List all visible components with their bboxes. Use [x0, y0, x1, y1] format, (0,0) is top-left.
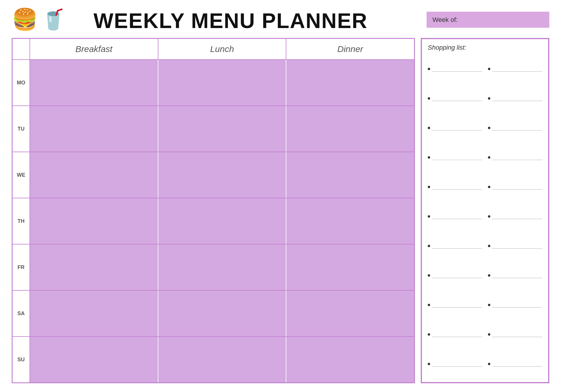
mo-breakfast[interactable]: [30, 60, 158, 105]
item-line: [492, 125, 542, 131]
fr-dinner[interactable]: [286, 244, 414, 290]
tu-breakfast[interactable]: [30, 106, 158, 152]
list-item[interactable]: [428, 232, 482, 259]
list-item[interactable]: [428, 85, 482, 112]
we-dinner[interactable]: [286, 152, 414, 198]
day-row-tu: TU: [13, 105, 414, 152]
list-item[interactable]: [488, 350, 542, 377]
shopping-list-title: Shopping list:: [428, 44, 542, 51]
list-item[interactable]: [428, 115, 482, 142]
bullet-icon: [428, 304, 430, 306]
item-line: [492, 155, 542, 160]
bullet-icon: [428, 363, 430, 365]
list-item[interactable]: [488, 115, 542, 142]
list-item[interactable]: [488, 85, 542, 112]
list-item[interactable]: [428, 291, 482, 318]
bullet-icon: [428, 127, 430, 129]
bullet-icon: [428, 68, 430, 70]
su-lunch[interactable]: [158, 337, 287, 382]
dinner-header: Dinner: [286, 39, 414, 59]
list-item[interactable]: [428, 55, 482, 83]
we-lunch[interactable]: [158, 152, 287, 198]
th-lunch[interactable]: [158, 198, 287, 244]
list-item[interactable]: [428, 144, 482, 171]
item-line: [432, 125, 482, 131]
week-of-label: Week of:: [432, 16, 458, 24]
item-line: [492, 214, 542, 219]
bullet-icon: [428, 215, 430, 218]
list-item[interactable]: [488, 232, 542, 259]
item-line: [432, 155, 482, 160]
day-row-fr: FR: [13, 244, 414, 290]
we-breakfast[interactable]: [30, 152, 158, 198]
day-row-we: WE: [13, 152, 414, 198]
list-item[interactable]: [428, 321, 482, 348]
day-row-mo: MO: [13, 59, 414, 105]
item-line: [492, 273, 542, 278]
su-breakfast[interactable]: [30, 337, 158, 382]
item-line: [492, 184, 542, 190]
item-line: [492, 332, 542, 337]
bullet-icon: [428, 97, 430, 100]
item-line: [432, 273, 482, 278]
bullet-icon: [488, 215, 490, 218]
list-item[interactable]: [488, 262, 542, 289]
day-row-su: SU: [13, 336, 414, 382]
sa-lunch[interactable]: [158, 291, 287, 336]
fr-lunch[interactable]: [158, 244, 287, 290]
list-item[interactable]: [488, 55, 542, 83]
bullet-icon: [488, 363, 490, 365]
mo-lunch[interactable]: [158, 60, 287, 105]
column-headers: Breakfast Lunch Dinner: [13, 39, 414, 59]
list-item[interactable]: [488, 291, 542, 318]
lunch-header: Lunch: [158, 39, 287, 59]
list-item[interactable]: [428, 350, 482, 377]
logo-area: 🍔 🥤: [12, 9, 94, 30]
bullet-icon: [428, 156, 430, 159]
tu-lunch[interactable]: [158, 106, 287, 152]
day-label-fr: FR: [13, 244, 30, 290]
th-dinner[interactable]: [286, 198, 414, 244]
day-label-tu: TU: [13, 106, 30, 152]
day-label-mo: MO: [13, 60, 30, 105]
list-item[interactable]: [488, 321, 542, 348]
su-dinner[interactable]: [286, 337, 414, 382]
bullet-icon: [428, 186, 430, 188]
planner-table: Breakfast Lunch Dinner MO TU WE: [12, 38, 415, 383]
item-line: [432, 96, 482, 101]
day-label-sa: SA: [13, 291, 30, 336]
day-label-su: SU: [13, 337, 30, 382]
week-of-box[interactable]: Week of:: [427, 12, 549, 28]
mo-dinner[interactable]: [286, 60, 414, 105]
list-item[interactable]: [428, 174, 482, 201]
bullet-icon: [428, 245, 430, 247]
burger-icon: 🍔: [12, 9, 38, 30]
item-line: [432, 66, 482, 72]
item-line: [492, 302, 542, 308]
sa-breakfast[interactable]: [30, 291, 158, 336]
shopping-items-grid: [428, 55, 542, 377]
spacer: [13, 39, 30, 59]
breakfast-header: Breakfast: [30, 39, 158, 59]
list-item[interactable]: [488, 144, 542, 171]
day-row-th: TH: [13, 198, 414, 244]
main-title: WEEKLY MENU PLANNER: [94, 9, 427, 33]
sa-dinner[interactable]: [286, 291, 414, 336]
item-line: [492, 96, 542, 101]
list-item[interactable]: [488, 203, 542, 230]
item-line: [492, 361, 542, 367]
th-breakfast[interactable]: [30, 198, 158, 244]
list-item[interactable]: [428, 262, 482, 289]
list-item[interactable]: [428, 203, 482, 230]
bullet-icon: [488, 156, 490, 159]
day-label-th: TH: [13, 198, 30, 244]
drink-icon: 🥤: [41, 9, 66, 29]
day-label-we: WE: [13, 152, 30, 198]
header: 🍔 🥤 WEEKLY MENU PLANNER Week of:: [12, 9, 549, 33]
tu-dinner[interactable]: [286, 106, 414, 152]
fr-breakfast[interactable]: [30, 244, 158, 290]
bullet-icon: [488, 274, 490, 277]
list-item[interactable]: [488, 174, 542, 201]
bullet-icon: [488, 186, 490, 188]
bullet-icon: [488, 127, 490, 129]
